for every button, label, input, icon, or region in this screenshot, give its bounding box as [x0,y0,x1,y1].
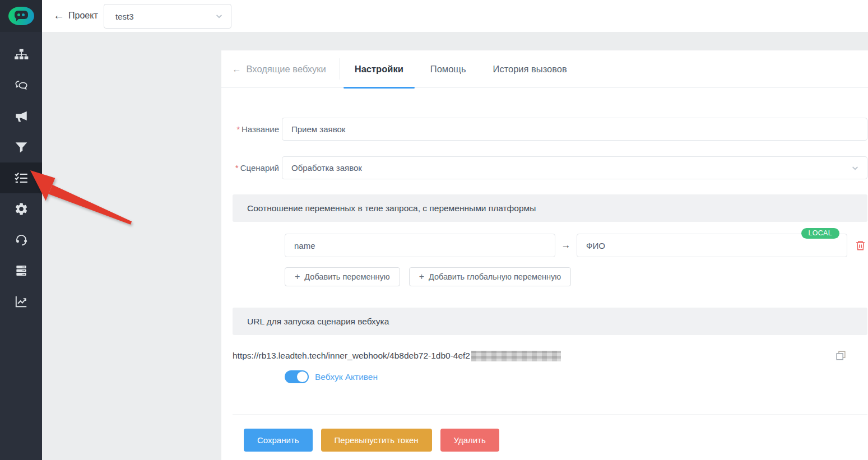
sidebar-item-sitemap[interactable] [0,39,42,70]
chevron-down-icon [851,164,859,172]
sidebar-item-scenarios[interactable] [0,162,42,193]
back-link-label: Входящие вебхуки [247,64,326,75]
sidebar-item-broadcasts[interactable] [0,101,42,132]
webhook-active-label: Вебхук Активен [315,372,378,382]
required-marker: * [236,124,240,134]
required-marker: * [235,163,239,173]
name-field-row: *Название [233,118,867,141]
gear-icon [14,202,29,216]
add-global-variable-label: Добавить глобальную переменную [429,272,561,281]
project-label: Проект [68,11,98,21]
scenario-select-value: Обработка заявок [291,163,362,173]
sidebar [0,32,42,460]
add-variable-button[interactable]: + Добавить переменную [285,267,400,286]
tabs-row: ← Входящие вебхуки Настройки Помощь Исто… [221,50,868,88]
sitemap-icon [14,48,29,62]
name-field-label: *Название [233,124,282,134]
annotation-arrow-icon [27,167,139,230]
back-arrow-icon: ← [232,64,242,75]
plus-icon: + [295,272,300,282]
sidebar-item-settings[interactable] [0,193,42,224]
app-logo[interactable] [0,0,42,32]
copy-icon [835,350,847,362]
add-global-variable-button[interactable]: + Добавить глобальную переменную [409,267,572,286]
tab-help[interactable]: Помощь [418,50,479,88]
delete-mapping-button[interactable] [855,239,866,252]
megaphone-icon [14,109,29,124]
sidebar-item-filters[interactable] [0,132,42,162]
project-select[interactable]: test3 [104,4,231,29]
add-variable-row: + Добавить переменную + Добавить глобаль… [285,267,867,286]
sidebar-item-dialogs[interactable] [0,70,42,101]
list-check-icon [14,171,29,185]
tab-call-history[interactable]: История вызовов [481,50,579,88]
webhook-active-row: Вебхук Активен [285,370,867,383]
name-input[interactable] [282,118,867,141]
scenario-field-label: *Сценарий [233,163,282,173]
toggle-knob [297,371,308,382]
chevron-down-icon [215,12,223,20]
server-stack-icon [14,263,29,278]
delete-button[interactable]: Удалить [440,429,499,452]
chat-bubbles-icon [14,78,29,93]
tab-divider [340,58,340,80]
scenario-field-row: *Сценарий Обработка заявок [233,156,867,179]
reissue-token-button[interactable]: Перевыпустить токен [321,429,432,452]
back-arrow-icon[interactable]: ← [53,9,64,22]
webhook-settings-panel: ← Входящие вебхуки Настройки Помощь Исто… [221,50,868,460]
plus-icon: + [419,272,424,282]
project-select-value: test3 [115,12,134,21]
action-buttons-row: Сохранить Перевыпустить токен Удалить [244,429,867,452]
webhook-url-header: URL для запуска сценария вебхука [233,308,867,335]
variable-mapping-row: → LOCAL [285,234,867,257]
sidebar-item-servers[interactable] [0,255,42,286]
webhook-active-toggle[interactable] [285,370,309,383]
tab-settings[interactable]: Настройки [342,50,416,88]
webhook-url-row: https://rb13.leadteh.tech/inner_webhook/… [233,350,867,362]
variables-mapping-header: Соотношение переменных в теле запроса, с… [233,194,867,222]
request-variable-input[interactable] [285,234,555,257]
add-variable-label: Добавить переменную [304,272,389,281]
webhook-url-text: https://rb13.leadteh.tech/inner_webhook/… [233,351,470,361]
back-to-webhooks-link[interactable]: ← Входящие вебхуки [221,64,340,75]
footer-divider [233,414,867,415]
local-scope-badge: LOCAL [801,228,840,239]
save-button[interactable]: Сохранить [244,429,313,452]
webhook-url-redacted [471,351,561,361]
chart-line-icon [14,294,29,309]
copy-url-button[interactable] [835,350,847,362]
filter-icon [14,140,29,155]
sidebar-item-support[interactable] [0,224,42,255]
mapping-arrow-icon: → [555,240,577,251]
headset-icon [14,233,29,247]
robot-logo-icon [8,7,34,25]
sidebar-item-analytics[interactable] [0,286,42,317]
top-bar: ← Проект test3 [0,0,868,32]
scenario-select[interactable]: Обработка заявок [282,156,867,179]
trash-icon [855,239,866,252]
